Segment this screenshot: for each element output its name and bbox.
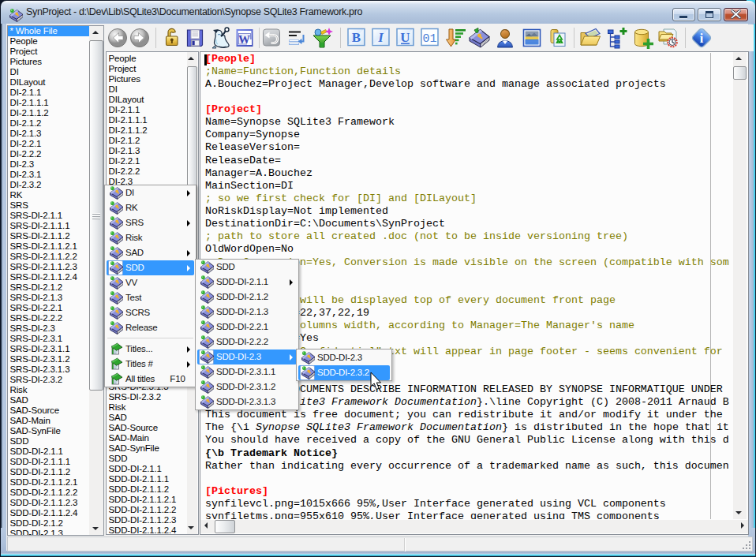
svg-text:U: U — [400, 30, 410, 45]
svg-text:W: W — [238, 33, 250, 46]
svg-text:01: 01 — [422, 32, 436, 46]
svg-text:B: B — [352, 30, 361, 45]
svg-text:i: i — [700, 32, 704, 45]
